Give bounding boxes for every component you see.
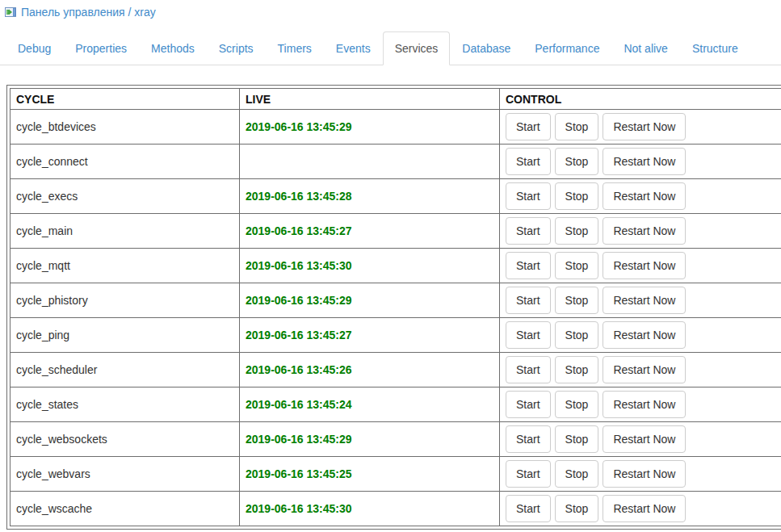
tab-item-debug: Debug [6, 31, 63, 65]
table-header-row: CYCLE LIVE CONTROL [10, 89, 781, 110]
start-button[interactable]: Start [506, 287, 551, 314]
table-row: cycle_scheduler2019-06-16 13:45:26StartS… [10, 353, 781, 387]
restart-now-button[interactable]: Restart Now [603, 460, 686, 488]
stop-button[interactable]: Stop [555, 391, 599, 418]
breadcrumb-link[interactable]: Панель управления / xray [21, 5, 156, 19]
start-button[interactable]: Start [506, 113, 551, 140]
table-row: cycle_states2019-06-16 13:45:24StartStop… [10, 387, 781, 422]
tab-structure[interactable]: Structure [680, 31, 750, 65]
tab-bar: DebugPropertiesMethodsScriptsTimersEvent… [0, 31, 781, 65]
live-timestamp-cell: 2019-06-16 13:45:29 [240, 110, 500, 145]
start-button[interactable]: Start [506, 495, 551, 522]
stop-button[interactable]: Stop [555, 425, 599, 453]
stop-button[interactable]: Stop [555, 460, 599, 488]
restart-now-button[interactable]: Restart Now [603, 217, 686, 245]
start-button[interactable]: Start [506, 321, 551, 349]
tab-item-not-alive: Not alive [611, 31, 679, 65]
tab-database[interactable]: Database [450, 31, 523, 65]
start-button[interactable]: Start [506, 217, 551, 245]
control-cell: StartStopRestart Now [500, 353, 781, 387]
tab-methods[interactable]: Methods [139, 31, 207, 65]
live-timestamp-cell: 2019-06-16 13:45:30 [240, 492, 500, 526]
tab-events[interactable]: Events [324, 31, 383, 65]
tab-debug[interactable]: Debug [6, 31, 63, 65]
control-cell: StartStopRestart Now [500, 214, 781, 249]
restart-now-button[interactable]: Restart Now [603, 287, 686, 314]
stop-button[interactable]: Stop [555, 356, 599, 383]
tab-properties[interactable]: Properties [63, 31, 139, 65]
stop-button[interactable]: Stop [555, 321, 599, 349]
stop-button[interactable]: Stop [555, 113, 599, 140]
control-cell: StartStopRestart Now [500, 110, 781, 145]
start-button[interactable]: Start [506, 425, 551, 453]
cycle-name-cell: cycle_phistory [10, 283, 240, 318]
start-button[interactable]: Start [506, 391, 551, 418]
control-cell: StartStopRestart Now [500, 179, 781, 214]
start-button[interactable]: Start [506, 460, 551, 488]
table-row: cycle_websockets2019-06-16 13:45:29Start… [10, 422, 781, 457]
stop-button[interactable]: Stop [555, 148, 599, 175]
control-cell: StartStopRestart Now [500, 283, 781, 318]
table-row: cycle_wscache2019-06-16 13:45:30StartSto… [10, 492, 781, 526]
control-cell: StartStopRestart Now [500, 145, 781, 179]
start-button[interactable]: Start [506, 252, 551, 279]
stop-button[interactable]: Stop [555, 252, 599, 279]
start-button[interactable]: Start [506, 356, 551, 383]
tab-item-performance: Performance [523, 31, 611, 65]
cycle-name-cell: cycle_scheduler [10, 353, 240, 387]
restart-now-button[interactable]: Restart Now [603, 391, 686, 418]
stop-button[interactable]: Stop [555, 217, 599, 245]
live-timestamp-cell: 2019-06-16 13:45:29 [240, 422, 500, 457]
restart-now-button[interactable]: Restart Now [603, 148, 686, 175]
table-row: cycle_main2019-06-16 13:45:27StartStopRe… [10, 214, 781, 249]
tab-item-properties: Properties [63, 31, 139, 65]
tab-timers[interactable]: Timers [266, 31, 324, 65]
start-button[interactable]: Start [506, 148, 551, 175]
control-cell: StartStopRestart Now [500, 318, 781, 353]
restart-now-button[interactable]: Restart Now [603, 425, 686, 453]
restart-now-button[interactable]: Restart Now [603, 321, 686, 349]
restart-now-button[interactable]: Restart Now [603, 182, 686, 210]
table-row: cycle_webvars2019-06-16 13:45:25StartSto… [10, 457, 781, 492]
live-timestamp-cell: 2019-06-16 13:45:27 [240, 318, 500, 353]
start-button[interactable]: Start [506, 182, 551, 210]
control-cell: StartStopRestart Now [500, 387, 781, 422]
stop-button[interactable]: Stop [555, 182, 599, 210]
tab-not-alive[interactable]: Not alive [611, 31, 679, 65]
cycle-name-cell: cycle_main [10, 214, 240, 249]
tab-item-structure: Structure [680, 31, 750, 65]
live-timestamp-cell: 2019-06-16 13:45:28 [240, 179, 500, 214]
restart-now-button[interactable]: Restart Now [603, 113, 686, 140]
restart-now-button[interactable]: Restart Now [603, 495, 686, 522]
app-window-icon [4, 6, 17, 19]
live-timestamp-cell [240, 145, 500, 179]
cycle-name-cell: cycle_execs [10, 179, 240, 214]
breadcrumb: Панель управления / xray [0, 0, 781, 19]
tab-item-services: Services [383, 31, 451, 65]
tab-services[interactable]: Services [383, 31, 451, 65]
control-cell: StartStopRestart Now [500, 422, 781, 457]
restart-now-button[interactable]: Restart Now [603, 356, 686, 383]
table-row: cycle_ping2019-06-16 13:45:27StartStopRe… [10, 318, 781, 353]
cycle-name-cell: cycle_connect [10, 145, 240, 179]
live-timestamp-cell: 2019-06-16 13:45:30 [240, 249, 500, 283]
tab-item-methods: Methods [139, 31, 207, 65]
live-timestamp-cell: 2019-06-16 13:45:26 [240, 353, 500, 387]
table-row: cycle_execs2019-06-16 13:45:28StartStopR… [10, 179, 781, 214]
column-header-control: CONTROL [500, 89, 781, 110]
tab-scripts[interactable]: Scripts [207, 31, 266, 65]
live-timestamp-cell: 2019-06-16 13:45:25 [240, 457, 500, 492]
cycle-name-cell: cycle_btdevices [10, 110, 240, 145]
table-row: cycle_btdevices2019-06-16 13:45:29StartS… [10, 110, 781, 145]
table-row: cycle_phistory2019-06-16 13:45:29StartSt… [10, 283, 781, 318]
tab-performance[interactable]: Performance [523, 31, 611, 65]
stop-button[interactable]: Stop [555, 495, 599, 522]
column-header-live: LIVE [240, 89, 500, 110]
stop-button[interactable]: Stop [555, 287, 599, 314]
cycle-name-cell: cycle_webvars [10, 457, 240, 492]
restart-now-button[interactable]: Restart Now [603, 252, 686, 279]
tab-item-events: Events [324, 31, 383, 65]
control-cell: StartStopRestart Now [500, 249, 781, 283]
column-header-cycle: CYCLE [10, 89, 240, 110]
control-cell: StartStopRestart Now [500, 457, 781, 492]
